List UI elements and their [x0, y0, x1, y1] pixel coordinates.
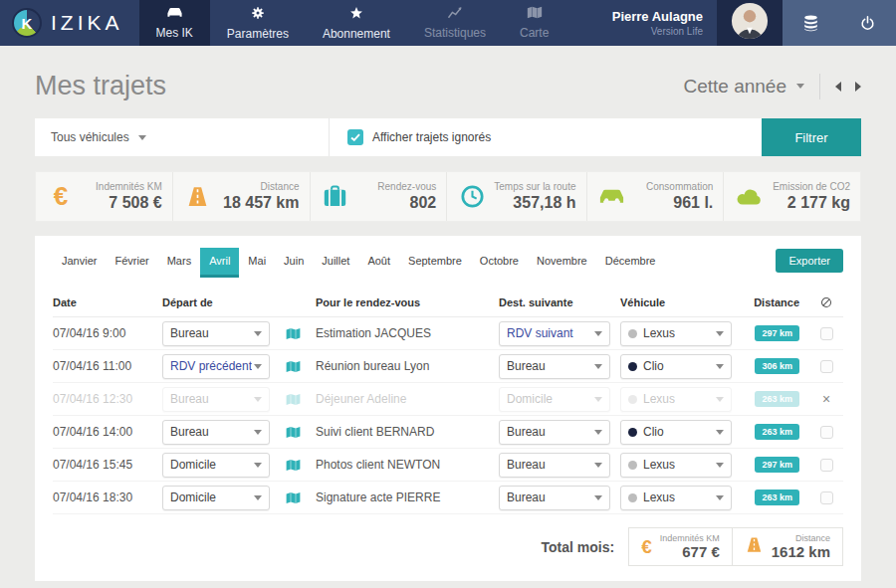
stat-label: Distance [261, 181, 300, 192]
ignore-checkbox[interactable] [820, 491, 833, 504]
depart-select[interactable]: Domicile [162, 486, 270, 510]
power-icon[interactable] [839, 0, 896, 46]
dest-select[interactable]: Domicile [499, 387, 610, 412]
tab-fevrier[interactable]: Février [106, 248, 157, 278]
next-period-icon[interactable] [855, 82, 861, 92]
dest-select[interactable]: Bureau [499, 354, 610, 379]
vehicle-select[interactable]: Lexus [620, 387, 732, 412]
restore-trip-icon[interactable]: × [822, 392, 830, 406]
month-tabs: Janvier Février Mars Avril Mai Juin Juil… [35, 236, 861, 278]
stat-consommation: Consommation 961 l. [587, 172, 725, 221]
period-pager [835, 82, 861, 92]
brand-logo[interactable]: K IZIKA [0, 0, 139, 46]
trip-date: 07/04/16 14:00 [53, 425, 152, 439]
distance-badge: 263 km [755, 490, 799, 505]
checkbox-label: Afficher trajets ignorés [372, 130, 491, 144]
depart-select[interactable]: Bureau [162, 420, 270, 445]
vehicle-select[interactable]: Lexus [620, 321, 732, 346]
export-button[interactable]: Exporter [776, 249, 843, 273]
vehicle-dot [628, 493, 637, 502]
trip-rdv: Photos client NEWTON [316, 458, 489, 472]
stat-co2: Emission de CO2 2 177 kg [724, 172, 860, 221]
nav-item-label: Paramètres [227, 27, 289, 41]
show-ignored-checkbox[interactable]: Afficher trajets ignorés [330, 129, 491, 145]
depart-select[interactable]: Bureau [162, 321, 270, 346]
chevron-down-icon [796, 84, 804, 89]
depart-select[interactable]: RDV précédent [162, 354, 270, 379]
vehicle-select[interactable]: Clio [620, 354, 732, 379]
tab-avril[interactable]: Avril [200, 248, 239, 278]
dest-select[interactable]: Bureau [499, 486, 610, 510]
header-rdv: Pour le rendez-vous [316, 296, 489, 308]
chevron-down-icon [254, 430, 262, 435]
dest-select[interactable]: Bureau [499, 420, 610, 445]
depart-select[interactable]: Bureau [162, 387, 270, 412]
tab-novembre[interactable]: Novembre [528, 248, 596, 278]
vehicle-select[interactable]: Clio [620, 420, 732, 445]
navbar-tools [783, 0, 896, 46]
tab-aout[interactable]: Août [358, 248, 399, 278]
dest-select[interactable]: Bureau [499, 453, 610, 478]
header-distance: Distance [742, 296, 799, 308]
trip-rdv: Signature acte PIERRE [316, 490, 489, 504]
nav-item-mes-ik[interactable]: Mes IK [139, 0, 210, 46]
trip-date: 07/04/16 15:45 [53, 458, 152, 472]
vehicle-filter-dropdown[interactable]: Tous véhicules [35, 130, 329, 144]
divider [819, 74, 820, 99]
tab-janvier[interactable]: Janvier [53, 248, 106, 278]
tab-juillet[interactable]: Juillet [313, 248, 358, 278]
nav-item-carte[interactable]: Carte [503, 0, 565, 46]
header-dest: Dest. suivante [499, 296, 610, 308]
ignore-checkbox[interactable] [820, 426, 833, 439]
table-row: 07/04/16 9:00 Bureau Estimation JACQUES … [53, 317, 843, 350]
vehicle-dot [628, 428, 637, 437]
chevron-down-icon [254, 463, 262, 468]
stat-label: Rendez-vous [377, 181, 436, 192]
page-title: Mes trajets [35, 71, 166, 101]
vehicle-select[interactable]: Lexus [620, 486, 732, 510]
depart-select[interactable]: Domicile [162, 453, 270, 478]
total-indemnites: € Indemnités KM 677 € [629, 528, 732, 565]
vehicle-dot [628, 362, 637, 371]
nav-item-statistiques[interactable]: Statistiques [407, 0, 503, 46]
trip-rdv: Déjeuner Adeline [316, 392, 489, 406]
stat-value: 961 l. [673, 194, 713, 212]
chevron-down-icon [594, 364, 602, 369]
tab-octobre[interactable]: Octobre [471, 248, 528, 278]
nav-item-abonnement[interactable]: Abonnement [306, 0, 407, 46]
period-selector[interactable]: Cette année [683, 76, 804, 98]
nav-item-parametres[interactable]: Paramètres [210, 0, 306, 46]
ignore-checkbox[interactable] [820, 459, 833, 472]
chevron-down-icon [594, 397, 602, 402]
nav-item-label: Statistiques [424, 26, 486, 40]
star-icon [349, 6, 363, 23]
trip-date: 07/04/16 12:30 [53, 392, 152, 406]
tab-mars[interactable]: Mars [158, 248, 200, 278]
prev-period-icon[interactable] [835, 82, 841, 92]
chevron-down-icon [594, 463, 602, 468]
ignore-checkbox[interactable] [820, 360, 833, 373]
tab-mai[interactable]: Mai [239, 248, 275, 278]
user-info[interactable]: Pierre Aulagne Version Life [612, 0, 717, 46]
header-depart: Départ de [162, 296, 270, 308]
vehicle-filter-label: Tous véhicules [51, 130, 129, 144]
nav-item-label: Carte [520, 26, 549, 40]
dest-select[interactable]: RDV suivant [499, 321, 610, 346]
nav-item-label: Mes IK [156, 26, 193, 40]
user-avatar[interactable] [717, 0, 783, 46]
trip-rdv: Suivi client BERNARD [316, 425, 489, 439]
tab-decembre[interactable]: Décembre [596, 248, 665, 278]
totals-box: € Indemnités KM 677 € Distance 1612 km [628, 527, 843, 566]
header-date: Date [53, 296, 152, 308]
filter-button[interactable]: Filtrer [762, 118, 861, 156]
chevron-down-icon [254, 495, 262, 500]
tab-juin[interactable]: Juin [275, 248, 313, 278]
database-icon[interactable] [783, 0, 839, 46]
tab-septembre[interactable]: Septembre [399, 248, 471, 278]
ignore-checkbox[interactable] [820, 327, 833, 340]
navbar: K IZIKA Mes IK Paramètres Abonnement Sta… [0, 0, 896, 46]
filter-bar: Tous véhicules Afficher trajets ignorés … [35, 118, 861, 156]
vehicle-select[interactable]: Lexus [620, 453, 732, 478]
trip-date: 07/04/16 11:00 [53, 359, 152, 373]
user-version: Version Life [651, 26, 703, 37]
